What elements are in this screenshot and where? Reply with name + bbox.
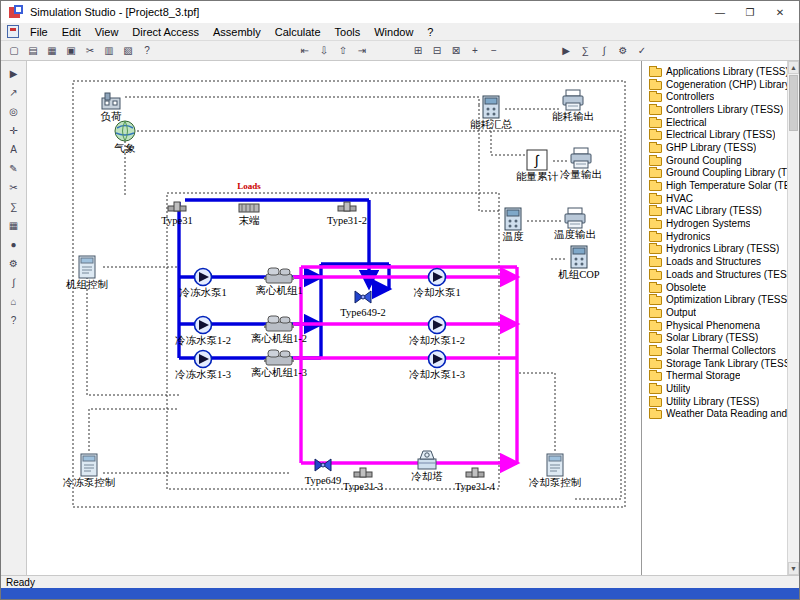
tree-item[interactable]: Weather Data Reading and Process <box>642 408 787 421</box>
text-tool[interactable]: A <box>4 140 24 158</box>
zoom-tool[interactable]: ◎ <box>4 102 24 120</box>
tree-item[interactable]: Thermal Storage <box>642 370 787 383</box>
component-pump-15[interactable]: 冷却水泵1 <box>397 263 477 298</box>
help-button[interactable]: ? <box>138 43 156 59</box>
settings-button[interactable]: ⚙ <box>614 43 632 59</box>
component-chiller-18[interactable]: 离心机组1-2 <box>239 309 319 344</box>
check-button[interactable]: ✓ <box>633 43 651 59</box>
component-pump-20[interactable]: 冷冻水泵1-3 <box>163 345 243 380</box>
tree-item[interactable]: Loads and Structures (TESS) <box>642 268 787 281</box>
settings-tool[interactable]: ⚙ <box>4 254 24 272</box>
component-pump-13[interactable]: 冷冻水泵1 <box>163 263 243 298</box>
tree-item[interactable]: Hydrogen Systems <box>642 217 787 230</box>
zoom-out-button[interactable]: − <box>485 43 503 59</box>
component-meter-11[interactable]: 机组COP <box>539 245 619 280</box>
component-controller-28[interactable]: 冷却泵控制 <box>515 453 595 488</box>
component-terminal-3[interactable]: Loads末端 <box>209 191 289 226</box>
tree-item[interactable]: Storage Tank Library (TESS) <box>642 357 787 370</box>
component-pump-19[interactable]: 冷却水泵1-2 <box>397 311 477 346</box>
align-bottom-button[interactable]: ⇩ <box>315 43 333 59</box>
tree-item[interactable]: Controllers <box>642 90 787 103</box>
cascade-windows-button[interactable]: ⊟ <box>428 43 446 59</box>
tree-item[interactable]: Hydronics Library (TESS) <box>642 243 787 256</box>
align-right-button[interactable]: ⇥ <box>353 43 371 59</box>
menu-tools[interactable]: Tools <box>328 25 368 39</box>
component-load-0[interactable]: 负荷 <box>71 87 151 122</box>
component-meter-5[interactable]: 能耗汇总 <box>451 95 531 130</box>
component-tee-2[interactable]: Type31 <box>137 191 217 226</box>
scrollbar-track[interactable] <box>788 132 799 562</box>
fit-view-button[interactable]: ⊠ <box>447 43 465 59</box>
component-weather-1[interactable]: 气象 <box>85 119 165 154</box>
home-tool[interactable]: ⌂ <box>4 292 24 310</box>
tree-item[interactable]: Electrical Library (TESS) <box>642 128 787 141</box>
print-button[interactable]: ▣ <box>62 43 80 59</box>
paste-button[interactable]: ▧ <box>119 43 137 59</box>
cut-tool[interactable]: ✂ <box>4 178 24 196</box>
component-output-6[interactable]: 能耗输出 <box>533 87 613 122</box>
component-pump-22[interactable]: 冷却水泵1-3 <box>397 345 477 380</box>
panel-scrollbar[interactable]: ▲ ▼ <box>787 61 799 575</box>
component-tee-27[interactable]: Type31-4 <box>435 457 515 492</box>
component-chiller-14[interactable]: 离心机组1 <box>239 261 319 296</box>
component-pump-17[interactable]: 冷冻水泵1-2 <box>163 311 243 346</box>
integrator-tool[interactable]: ∫ <box>4 273 24 291</box>
tree-item[interactable]: Output <box>642 306 787 319</box>
title-bar[interactable]: Simulation Studio - [Project8_3.tpf] — ❐… <box>1 1 799 23</box>
tree-item[interactable]: Loads and Structures <box>642 255 787 268</box>
run-button[interactable]: ▶ <box>557 43 575 59</box>
tree-item[interactable]: Obsolete <box>642 281 787 294</box>
help-tool[interactable]: ? <box>4 311 24 329</box>
tree-item[interactable]: Controllers Library (TESS) <box>642 103 787 116</box>
node-tool[interactable]: ● <box>4 235 24 253</box>
tree-item[interactable]: Electrical <box>642 116 787 129</box>
menu-direct-access[interactable]: Direct Access <box>125 25 206 39</box>
diagram-canvas[interactable]: 负荷气象Type31Loads末端Type31-2能耗汇总能耗输出∫能量累计冷量… <box>27 61 641 575</box>
tree-item[interactable]: GHP Library (TESS) <box>642 141 787 154</box>
menu-view[interactable]: View <box>88 25 126 39</box>
tree-item[interactable]: Ground Coupling Library (TESS) <box>642 167 787 180</box>
sum-tool[interactable]: ∑ <box>4 197 24 215</box>
tree-item[interactable]: High Temperature Solar (TESS) <box>642 179 787 192</box>
scrollbar-thumb[interactable] <box>789 75 798 131</box>
component-output-8[interactable]: 冷量输出 <box>541 145 621 180</box>
sum-button[interactable]: ∑ <box>576 43 594 59</box>
component-tee-4[interactable]: Type31-2 <box>307 191 387 226</box>
minimize-button[interactable]: — <box>705 2 735 22</box>
tree-item[interactable]: Ground Coupling <box>642 154 787 167</box>
tile-windows-button[interactable]: ⊞ <box>409 43 427 59</box>
maximize-button[interactable]: ❐ <box>735 2 765 22</box>
component-fan-16[interactable]: Type649-2 <box>323 283 403 318</box>
select-tool[interactable]: ▶ <box>4 64 24 82</box>
cut-button[interactable]: ✂ <box>81 43 99 59</box>
menu-edit[interactable]: Edit <box>55 25 88 39</box>
component-controller-23[interactable]: 冷冻泵控制 <box>49 453 129 488</box>
menu-?[interactable]: ? <box>420 25 440 39</box>
grid-tool[interactable]: ▦ <box>4 216 24 234</box>
align-top-button[interactable]: ⇧ <box>334 43 352 59</box>
component-controller-12[interactable]: 机组控制 <box>47 255 127 290</box>
tree-item[interactable]: Optimization Library (TESS) <box>642 293 787 306</box>
tree-item[interactable]: Utility <box>642 382 787 395</box>
open-button[interactable]: ▤ <box>24 43 42 59</box>
new-button[interactable]: ▢ <box>5 43 23 59</box>
tree-item[interactable]: Applications Library (TESS) <box>642 65 787 78</box>
save-button[interactable]: ▦ <box>43 43 61 59</box>
tree-item[interactable]: Utility Library (TESS) <box>642 395 787 408</box>
menu-calculate[interactable]: Calculate <box>268 25 328 39</box>
pan-tool[interactable]: ✛ <box>4 121 24 139</box>
scroll-down-icon[interactable]: ▼ <box>788 562 799 575</box>
tree-item[interactable]: Hydronics <box>642 230 787 243</box>
pencil-tool[interactable]: ✎ <box>4 159 24 177</box>
copy-button[interactable]: ▥ <box>100 43 118 59</box>
component-output-10[interactable]: 温度输出 <box>535 205 615 240</box>
component-chiller-21[interactable]: 离心机组1-3 <box>239 343 319 378</box>
tree-item[interactable]: Solar Library (TESS) <box>642 331 787 344</box>
tree-item[interactable]: Physical Phenomena <box>642 319 787 332</box>
tree-item[interactable]: Cogeneration (CHP) Library (TESS) <box>642 78 787 91</box>
tree-item[interactable]: Solar Thermal Collectors <box>642 344 787 357</box>
menu-file[interactable]: File <box>23 25 55 39</box>
zoom-in-button[interactable]: + <box>466 43 484 59</box>
tree-item[interactable]: HVAC Library (TESS) <box>642 205 787 218</box>
close-button[interactable]: ✕ <box>765 2 795 22</box>
